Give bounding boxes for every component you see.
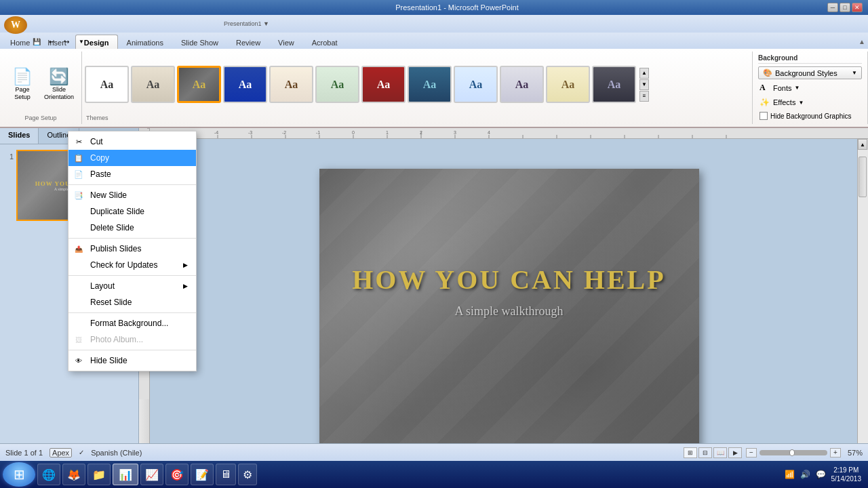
- save-button[interactable]: 💾: [30, 35, 43, 47]
- ctx-reset-slide[interactable]: Reset Slide: [68, 294, 196, 310]
- view-buttons: ⊞ ⊟ 📖 ▶: [684, 447, 742, 458]
- taskbar-app-word[interactable]: 📝: [191, 464, 214, 485]
- network-icon: 🖥: [220, 468, 231, 481]
- slideshow-button[interactable]: ▶: [728, 447, 742, 458]
- theme-6[interactable]: Aa: [315, 66, 359, 103]
- tray-clock[interactable]: 2:19 PM 5/14/2013: [831, 466, 862, 483]
- ctx-layout[interactable]: Layout ▶: [68, 278, 196, 294]
- theme-scroll-down[interactable]: ▼: [639, 79, 649, 90]
- theme-scroll: ▲ ▼ ≡: [639, 68, 649, 102]
- theme-12[interactable]: Aa: [592, 66, 636, 103]
- ctx-sep-3: [68, 275, 196, 276]
- ctx-cut[interactable]: ✂ Cut: [68, 134, 196, 150]
- effects-label[interactable]: Effects: [773, 98, 795, 106]
- fonts-label[interactable]: Fonts: [773, 84, 792, 92]
- undo-button[interactable]: ↩: [45, 35, 58, 47]
- ctx-publish-slides[interactable]: 📤 Publish Slides: [68, 241, 196, 257]
- fonts-arrow[interactable]: ▼: [795, 85, 800, 91]
- close-button[interactable]: ✕: [852, 3, 863, 12]
- taskbar-app-folder[interactable]: 📁: [87, 464, 111, 485]
- tray-notification-icon[interactable]: 💬: [816, 470, 826, 479]
- slide-canvas[interactable]: HOW YOU CAN HELP A simple walkthrough: [319, 169, 699, 453]
- tab-review[interactable]: Review: [227, 35, 269, 49]
- status-bar: Slide 1 of 1 Apex ✓ Spanish (Chile) ⊞ ⊟ …: [0, 443, 868, 461]
- ctx-delete-slide-label: Delete Slide: [90, 223, 134, 232]
- ctx-new-slide[interactable]: 📑 New Slide: [68, 187, 196, 203]
- slide-orientation-button[interactable]: 🔄 SlideOrientation: [42, 67, 76, 102]
- ctx-check-updates-label: Check for Updates: [90, 260, 157, 270]
- zoom-out-button[interactable]: −: [746, 448, 757, 458]
- hide-background-label: Hide Background Graphics: [770, 113, 852, 120]
- slide-sorter-button[interactable]: ⊟: [698, 447, 712, 458]
- tab-view[interactable]: View: [269, 35, 303, 49]
- office-button[interactable]: W: [4, 16, 27, 34]
- taskbar-app-firefox[interactable]: 🦊: [62, 464, 85, 485]
- slide-orientation-label: SlideOrientation: [44, 86, 74, 101]
- tab-acrobat[interactable]: Acrobat: [303, 35, 347, 49]
- theme-10[interactable]: Aa: [500, 66, 544, 103]
- theme-5[interactable]: Aa: [269, 66, 313, 103]
- ctx-paste[interactable]: 📄 Paste: [68, 166, 196, 182]
- ctx-hide-slide[interactable]: 👁 Hide Slide: [68, 352, 196, 369]
- start-button[interactable]: ⊞: [3, 462, 35, 487]
- effects-arrow[interactable]: ▼: [798, 100, 804, 106]
- copy-icon: 📋: [73, 153, 85, 163]
- firefox-icon: 🦊: [67, 468, 81, 481]
- normal-view-button[interactable]: ⊞: [684, 447, 697, 458]
- restore-button[interactable]: □: [840, 3, 850, 12]
- taskbar-app-excel[interactable]: 📈: [140, 464, 163, 485]
- background-section-title: Background: [758, 54, 862, 64]
- tab-animations[interactable]: Animations: [118, 35, 172, 49]
- taskbar-app-powerpoint[interactable]: 📊: [113, 464, 138, 485]
- theme-11[interactable]: Aa: [546, 66, 590, 103]
- page-setup-buttons: 📄 PageSetup 🔄 SlideOrientation: [5, 54, 76, 115]
- zoom-slider[interactable]: [760, 450, 827, 455]
- scroll-up-button[interactable]: ▲: [858, 139, 867, 150]
- reading-view-button[interactable]: 📖: [713, 447, 727, 458]
- effects-row: ✨ Effects ▼: [758, 96, 862, 108]
- ctx-layout-label: Layout: [90, 281, 115, 291]
- background-styles-button[interactable]: 🎨 Background Styles ▼: [758, 66, 862, 79]
- theme-apex[interactable]: Aa: [177, 66, 221, 103]
- ctx-copy-label: Copy: [90, 153, 109, 163]
- tabs-bar: Home Insert Design Animations Slide Show…: [0, 33, 868, 49]
- theme-4[interactable]: Aa: [223, 66, 267, 103]
- tray-network-icon[interactable]: 📶: [785, 470, 795, 479]
- slide-1-number: 1: [3, 152, 14, 161]
- app5-icon: 🎯: [170, 468, 184, 481]
- theme-2[interactable]: Aa: [131, 66, 175, 103]
- taskbar-app-9[interactable]: ⚙: [238, 464, 257, 485]
- ribbon-minimizer[interactable]: ▲: [859, 35, 868, 49]
- scroll-thumb-v[interactable]: [859, 157, 867, 197]
- spell-check-icon[interactable]: ✓: [79, 449, 84, 456]
- theme-7[interactable]: Aa: [361, 66, 406, 103]
- panel-tab-slides[interactable]: Slides: [0, 128, 39, 144]
- zoom-level[interactable]: 57%: [844, 449, 863, 457]
- theme-scroll-up[interactable]: ▲: [639, 68, 649, 79]
- page-setup-button[interactable]: 📄 PageSetup: [5, 67, 39, 102]
- ctx-copy[interactable]: 📋 Copy: [68, 150, 196, 166]
- svg-text:-1: -1: [316, 130, 320, 135]
- taskbar-app-network[interactable]: 🖥: [216, 464, 236, 485]
- tab-slideshow[interactable]: Slide Show: [172, 35, 227, 49]
- theme-indicator[interactable]: Apex: [50, 448, 72, 458]
- theme-8[interactable]: Aa: [408, 66, 452, 103]
- taskbar-app-5[interactable]: 🎯: [165, 464, 189, 485]
- theme-9[interactable]: Aa: [454, 66, 498, 103]
- minimize-button[interactable]: ─: [827, 3, 838, 12]
- zoom-in-button[interactable]: +: [830, 448, 841, 458]
- ctx-format-background[interactable]: Format Background...: [68, 315, 196, 331]
- qa-dropdown[interactable]: ▼: [75, 35, 88, 47]
- language[interactable]: Spanish (Chile): [91, 449, 142, 457]
- taskbar-app-chrome[interactable]: 🌐: [37, 464, 60, 485]
- page-setup-icon: 📄: [12, 68, 33, 85]
- redo-button[interactable]: ↪: [60, 35, 73, 47]
- ctx-delete-slide[interactable]: Delete Slide: [68, 220, 196, 236]
- ctx-check-updates-arrow: ▶: [183, 262, 188, 268]
- ctx-duplicate-slide[interactable]: Duplicate Slide: [68, 203, 196, 220]
- hide-background-checkbox[interactable]: [760, 112, 768, 120]
- ctx-check-updates[interactable]: Check for Updates ▶: [68, 257, 196, 273]
- theme-1[interactable]: Aa: [85, 66, 129, 103]
- tray-volume-icon[interactable]: 🔊: [800, 470, 810, 479]
- theme-more[interactable]: ≡: [639, 91, 649, 102]
